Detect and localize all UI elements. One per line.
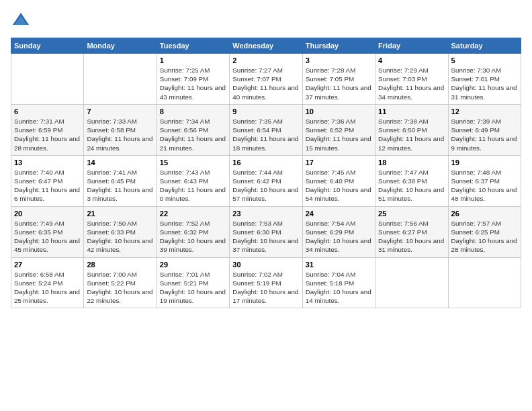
logo-icon (11, 11, 31, 31)
calendar-cell: 25Sunrise: 7:56 AM Sunset: 6:27 PM Dayli… (375, 206, 448, 257)
day-number: 13 (14, 158, 81, 167)
day-number: 17 (306, 158, 372, 167)
calendar-cell: 11Sunrise: 7:38 AM Sunset: 6:50 PM Dayli… (375, 104, 448, 155)
day-number: 15 (160, 158, 226, 167)
calendar-cell: 16Sunrise: 7:44 AM Sunset: 6:42 PM Dayli… (230, 155, 302, 206)
day-info: Sunrise: 7:30 AM Sunset: 7:01 PM Dayligh… (451, 66, 518, 101)
day-number: 29 (160, 261, 226, 269)
day-number: 16 (232, 158, 299, 167)
day-number: 30 (232, 261, 299, 269)
calendar-cell: 26Sunrise: 7:57 AM Sunset: 6:25 PM Dayli… (448, 206, 521, 257)
calendar-cell: 19Sunrise: 7:48 AM Sunset: 6:37 PM Dayli… (448, 155, 521, 206)
day-info: Sunrise: 7:01 AM Sunset: 5:21 PM Dayligh… (160, 270, 226, 306)
day-number: 24 (306, 210, 372, 218)
calendar-cell: 31Sunrise: 7:04 AM Sunset: 5:18 PM Dayli… (302, 257, 375, 308)
day-info: Sunrise: 7:28 AM Sunset: 7:05 PM Dayligh… (306, 66, 372, 101)
calendar-cell: 28Sunrise: 7:00 AM Sunset: 5:22 PM Dayli… (84, 257, 157, 308)
calendar-cell: 3Sunrise: 7:28 AM Sunset: 7:05 PM Daylig… (302, 54, 375, 105)
calendar-cell: 21Sunrise: 7:50 AM Sunset: 6:33 PM Dayli… (84, 206, 157, 257)
day-info: Sunrise: 7:04 AM Sunset: 5:18 PM Dayligh… (306, 270, 372, 306)
calendar-cell: 23Sunrise: 7:53 AM Sunset: 6:30 PM Dayli… (230, 206, 302, 257)
calendar-week-row: 1Sunrise: 7:25 AM Sunset: 7:09 PM Daylig… (11, 54, 521, 105)
day-info: Sunrise: 7:39 AM Sunset: 6:49 PM Dayligh… (451, 117, 518, 152)
day-number: 2 (232, 56, 299, 64)
calendar-cell: 30Sunrise: 7:02 AM Sunset: 5:19 PM Dayli… (230, 257, 302, 308)
day-info: Sunrise: 7:02 AM Sunset: 5:19 PM Dayligh… (232, 270, 299, 306)
calendar-cell: 10Sunrise: 7:36 AM Sunset: 6:52 PM Dayli… (302, 104, 375, 155)
day-number: 12 (451, 107, 518, 116)
calendar-cell (448, 257, 521, 308)
day-info: Sunrise: 7:33 AM Sunset: 6:58 PM Dayligh… (87, 117, 153, 152)
calendar-cell: 6Sunrise: 7:31 AM Sunset: 6:59 PM Daylig… (11, 104, 84, 155)
day-info: Sunrise: 7:56 AM Sunset: 6:27 PM Dayligh… (378, 219, 445, 255)
day-number: 10 (306, 107, 372, 116)
day-info: Sunrise: 7:52 AM Sunset: 6:32 PM Dayligh… (160, 219, 226, 255)
day-number: 28 (87, 261, 153, 269)
calendar-cell: 7Sunrise: 7:33 AM Sunset: 6:58 PM Daylig… (84, 104, 157, 155)
day-info: Sunrise: 7:49 AM Sunset: 6:35 PM Dayligh… (14, 219, 81, 255)
day-number: 14 (87, 158, 153, 167)
calendar-cell (84, 54, 157, 105)
weekday-header: Thursday (302, 38, 375, 54)
day-info: Sunrise: 7:41 AM Sunset: 6:45 PM Dayligh… (87, 168, 153, 203)
day-number: 26 (451, 210, 518, 218)
day-number: 18 (378, 158, 445, 167)
day-info: Sunrise: 7:29 AM Sunset: 7:03 PM Dayligh… (378, 66, 445, 101)
day-number: 11 (378, 107, 445, 116)
weekday-header: Saturday (448, 38, 521, 54)
day-info: Sunrise: 7:43 AM Sunset: 6:43 PM Dayligh… (160, 168, 226, 203)
day-info: Sunrise: 7:27 AM Sunset: 7:07 PM Dayligh… (232, 66, 299, 101)
day-info: Sunrise: 6:58 AM Sunset: 5:24 PM Dayligh… (14, 270, 81, 306)
day-info: Sunrise: 7:48 AM Sunset: 6:37 PM Dayligh… (451, 168, 518, 203)
calendar-cell (11, 54, 84, 105)
day-number: 1 (160, 56, 226, 64)
day-info: Sunrise: 7:54 AM Sunset: 6:29 PM Dayligh… (306, 219, 372, 255)
day-number: 23 (232, 210, 299, 218)
day-info: Sunrise: 7:36 AM Sunset: 6:52 PM Dayligh… (306, 117, 372, 152)
calendar-cell: 13Sunrise: 7:40 AM Sunset: 6:47 PM Dayli… (11, 155, 84, 206)
weekday-header: Tuesday (157, 38, 229, 54)
day-number: 8 (160, 107, 226, 116)
day-number: 20 (14, 210, 81, 218)
weekday-header: Wednesday (230, 38, 302, 54)
calendar-week-row: 13Sunrise: 7:40 AM Sunset: 6:47 PM Dayli… (11, 155, 521, 206)
calendar-week-row: 6Sunrise: 7:31 AM Sunset: 6:59 PM Daylig… (11, 104, 521, 155)
calendar-cell: 8Sunrise: 7:34 AM Sunset: 6:56 PM Daylig… (157, 104, 229, 155)
day-info: Sunrise: 7:31 AM Sunset: 6:59 PM Dayligh… (14, 117, 81, 152)
calendar-cell: 20Sunrise: 7:49 AM Sunset: 6:35 PM Dayli… (11, 206, 84, 257)
calendar-cell: 18Sunrise: 7:47 AM Sunset: 6:38 PM Dayli… (375, 155, 448, 206)
calendar-cell: 24Sunrise: 7:54 AM Sunset: 6:29 PM Dayli… (302, 206, 375, 257)
day-number: 31 (306, 261, 372, 269)
calendar-cell: 29Sunrise: 7:01 AM Sunset: 5:21 PM Dayli… (157, 257, 229, 308)
logo (11, 11, 34, 31)
day-number: 4 (378, 56, 445, 64)
day-info: Sunrise: 7:35 AM Sunset: 6:54 PM Dayligh… (232, 117, 299, 152)
calendar-cell: 22Sunrise: 7:52 AM Sunset: 6:32 PM Dayli… (157, 206, 229, 257)
day-number: 5 (451, 56, 518, 64)
day-number: 3 (306, 56, 372, 64)
calendar-table: SundayMondayTuesdayWednesdayThursdayFrid… (11, 38, 521, 308)
day-number: 6 (14, 107, 81, 116)
weekday-header: Friday (375, 38, 448, 54)
calendar-cell: 17Sunrise: 7:45 AM Sunset: 6:40 PM Dayli… (302, 155, 375, 206)
day-info: Sunrise: 7:57 AM Sunset: 6:25 PM Dayligh… (451, 219, 518, 255)
weekday-header: Monday (84, 38, 157, 54)
calendar-cell: 2Sunrise: 7:27 AM Sunset: 7:07 PM Daylig… (230, 54, 302, 105)
day-number: 19 (451, 158, 518, 167)
day-info: Sunrise: 7:44 AM Sunset: 6:42 PM Dayligh… (232, 168, 299, 203)
day-info: Sunrise: 7:50 AM Sunset: 6:33 PM Dayligh… (87, 219, 153, 255)
day-info: Sunrise: 7:40 AM Sunset: 6:47 PM Dayligh… (14, 168, 81, 203)
calendar-header-row: SundayMondayTuesdayWednesdayThursdayFrid… (11, 38, 521, 54)
calendar-week-row: 27Sunrise: 6:58 AM Sunset: 5:24 PM Dayli… (11, 257, 521, 308)
calendar-cell: 1Sunrise: 7:25 AM Sunset: 7:09 PM Daylig… (157, 54, 229, 105)
calendar-week-row: 20Sunrise: 7:49 AM Sunset: 6:35 PM Dayli… (11, 206, 521, 257)
calendar-cell: 12Sunrise: 7:39 AM Sunset: 6:49 PM Dayli… (448, 104, 521, 155)
calendar-cell: 9Sunrise: 7:35 AM Sunset: 6:54 PM Daylig… (230, 104, 302, 155)
day-info: Sunrise: 7:47 AM Sunset: 6:38 PM Dayligh… (378, 168, 445, 203)
day-number: 7 (87, 107, 153, 116)
day-info: Sunrise: 7:00 AM Sunset: 5:22 PM Dayligh… (87, 270, 153, 306)
day-info: Sunrise: 7:53 AM Sunset: 6:30 PM Dayligh… (232, 219, 299, 255)
day-number: 25 (378, 210, 445, 218)
calendar-cell: 4Sunrise: 7:29 AM Sunset: 7:03 PM Daylig… (375, 54, 448, 105)
day-info: Sunrise: 7:25 AM Sunset: 7:09 PM Dayligh… (160, 66, 226, 101)
